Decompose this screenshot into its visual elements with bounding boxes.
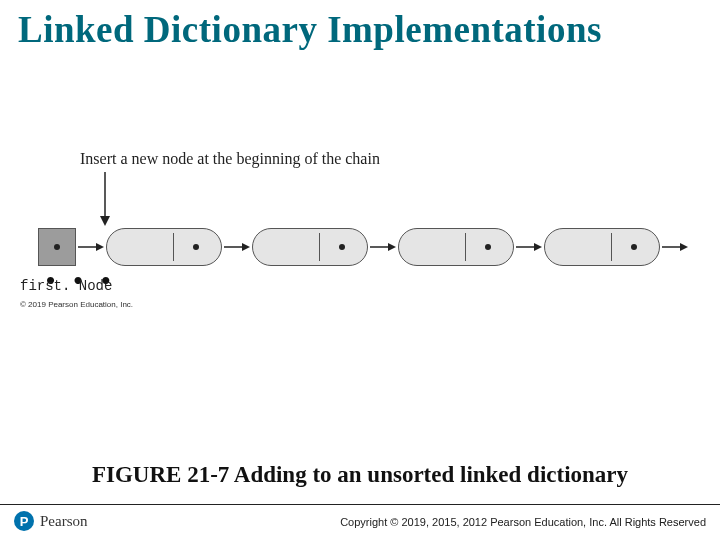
reference-dot-icon (485, 244, 491, 250)
head-reference-box (38, 228, 76, 266)
chain-node (544, 228, 660, 266)
slide: Linked Dictionary Implementations Insert… (0, 0, 720, 540)
figure-caption: FIGURE 21-7 Adding to an unsorted linked… (0, 462, 720, 488)
figure-area: Insert a new node at the beginning of th… (20, 150, 700, 330)
first-node-label: first. Node (20, 278, 112, 294)
link-arrow-icon (662, 240, 688, 254)
pearson-badge-icon: P (14, 511, 34, 531)
figure-copyright: © 2019 Pearson Education, Inc. (20, 300, 133, 309)
reference-dot-icon (339, 244, 345, 250)
svg-marker-7 (388, 243, 396, 251)
link-arrow-icon (370, 240, 396, 254)
reference-dot-icon (193, 244, 199, 250)
svg-marker-5 (242, 243, 250, 251)
svg-marker-9 (534, 243, 542, 251)
svg-marker-11 (680, 243, 688, 251)
reference-dot-icon (631, 244, 637, 250)
chain-node (398, 228, 514, 266)
insert-annotation: Insert a new node at the beginning of th… (80, 150, 380, 168)
footer: P Pearson Copyright © 2019, 2015, 2012 P… (0, 504, 720, 540)
publisher-logo: P Pearson (14, 511, 88, 531)
svg-marker-1 (100, 216, 110, 226)
publisher-name: Pearson (40, 513, 88, 530)
link-arrow-icon (224, 240, 250, 254)
linked-chain: • • • (38, 228, 690, 272)
arrow-down-icon (98, 172, 112, 226)
chain-node (252, 228, 368, 266)
chain-node (106, 228, 222, 266)
copyright-text: Copyright © 2019, 2015, 2012 Pearson Edu… (340, 516, 706, 528)
svg-marker-3 (96, 243, 104, 251)
link-arrow-icon (516, 240, 542, 254)
slide-title: Linked Dictionary Implementations (18, 8, 702, 51)
link-arrow-icon (78, 240, 104, 254)
reference-dot-icon (54, 244, 60, 250)
